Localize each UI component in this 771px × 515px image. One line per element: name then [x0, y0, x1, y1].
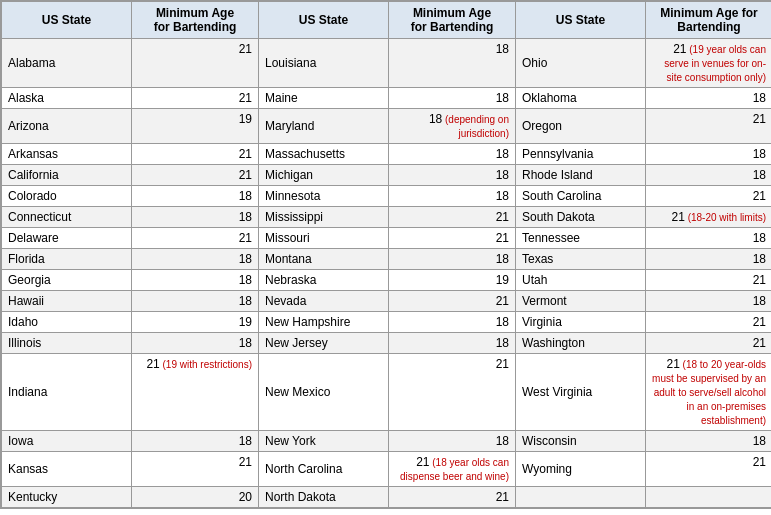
col3-state-cell: South Carolina — [516, 186, 646, 207]
table-row: Alaska21Maine18Oklahoma18 — [2, 88, 772, 109]
col1-state-cell: Florida — [2, 249, 132, 270]
col1-age-cell: 21 — [132, 39, 259, 88]
col2-state-header: US State — [259, 2, 389, 39]
col1-age-cell: 18 — [132, 291, 259, 312]
table-row: Colorado18Minnesota18South Carolina21 — [2, 186, 772, 207]
col1-age-cell: 18 — [132, 431, 259, 452]
col1-age-cell: 19 — [132, 312, 259, 333]
col1-age-cell: 18 — [132, 270, 259, 291]
col2-state-cell: Nevada — [259, 291, 389, 312]
col3-state-cell: Tennessee — [516, 228, 646, 249]
col1-state-cell: Connecticut — [2, 207, 132, 228]
col2-age-cell: 18 — [389, 249, 516, 270]
col3-state-cell: Texas — [516, 249, 646, 270]
col2-state-cell: Montana — [259, 249, 389, 270]
col3-state-cell: Wisconsin — [516, 431, 646, 452]
table-row: Illinois18New Jersey18Washington21 — [2, 333, 772, 354]
col1-state-cell: Arkansas — [2, 144, 132, 165]
col2-state-cell: Maine — [259, 88, 389, 109]
col2-state-cell: North Dakota — [259, 487, 389, 508]
table-row: Kentucky20North Dakota21 — [2, 487, 772, 508]
table-row: Arizona19Maryland18 (depending on jurisd… — [2, 109, 772, 144]
col2-age-cell: 21 (18 year olds can dispense beer and w… — [389, 452, 516, 487]
col3-state-header: US State — [516, 2, 646, 39]
col3-age-cell: 21 — [646, 186, 772, 207]
col2-state-cell: New York — [259, 431, 389, 452]
col2-state-cell: Massachusetts — [259, 144, 389, 165]
col1-state-cell: Arizona — [2, 109, 132, 144]
col1-age-cell: 18 — [132, 333, 259, 354]
col1-age-cell: 21 — [132, 88, 259, 109]
col2-state-cell: Nebraska — [259, 270, 389, 291]
col1-state-cell: Idaho — [2, 312, 132, 333]
col1-age-cell: 18 — [132, 249, 259, 270]
col2-age-cell: 19 — [389, 270, 516, 291]
col3-age-cell: 21 (19 year olds can serve in venues for… — [646, 39, 772, 88]
col3-age-cell — [646, 487, 772, 508]
table-row: Alabama21Louisiana18Ohio21 (19 year olds… — [2, 39, 772, 88]
col1-age-cell: 18 — [132, 186, 259, 207]
col3-state-cell: Ohio — [516, 39, 646, 88]
col2-age-cell: 18 — [389, 186, 516, 207]
col3-age-cell: 18 — [646, 431, 772, 452]
col3-age-cell: 18 — [646, 144, 772, 165]
col3-age-cell: 18 — [646, 165, 772, 186]
col2-age-cell: 18 (depending on jurisdiction) — [389, 109, 516, 144]
col1-state-cell: Georgia — [2, 270, 132, 291]
table-row: Indiana21 (19 with restrictions)New Mexi… — [2, 354, 772, 431]
col1-age-cell: 21 — [132, 144, 259, 165]
col3-state-cell: Virginia — [516, 312, 646, 333]
col3-state-cell: South Dakota — [516, 207, 646, 228]
col1-age-cell: 21 — [132, 228, 259, 249]
col3-state-cell — [516, 487, 646, 508]
col3-state-cell: Oklahoma — [516, 88, 646, 109]
col3-age-header: Minimum Age forBartending — [646, 2, 772, 39]
col1-state-cell: Kentucky — [2, 487, 132, 508]
col2-age-cell: 18 — [389, 333, 516, 354]
header-row: US State Minimum Agefor Bartending US St… — [2, 2, 772, 39]
col1-age-cell: 21 (19 with restrictions) — [132, 354, 259, 431]
col2-state-cell: Minnesota — [259, 186, 389, 207]
col3-state-cell: Washington — [516, 333, 646, 354]
col3-age-cell: 18 — [646, 249, 772, 270]
col1-state-cell: Colorado — [2, 186, 132, 207]
col2-age-cell: 18 — [389, 144, 516, 165]
table-row: Kansas21North Carolina21 (18 year olds c… — [2, 452, 772, 487]
col3-state-cell: Wyoming — [516, 452, 646, 487]
col2-age-cell: 21 — [389, 228, 516, 249]
col1-state-cell: Delaware — [2, 228, 132, 249]
bartending-age-table: US State Minimum Agefor Bartending US St… — [1, 1, 771, 508]
col2-state-cell: Maryland — [259, 109, 389, 144]
col1-state-cell: Illinois — [2, 333, 132, 354]
table-row: Hawaii18Nevada21Vermont18 — [2, 291, 772, 312]
col2-age-cell: 21 — [389, 354, 516, 431]
col2-age-cell: 18 — [389, 39, 516, 88]
col1-age-cell: 18 — [132, 207, 259, 228]
table-row: Georgia18Nebraska19Utah21 — [2, 270, 772, 291]
col3-state-cell: Utah — [516, 270, 646, 291]
col2-age-cell: 21 — [389, 207, 516, 228]
col1-state-cell: Iowa — [2, 431, 132, 452]
col1-state-cell: California — [2, 165, 132, 186]
col2-state-cell: New Mexico — [259, 354, 389, 431]
table-row: Florida18Montana18Texas18 — [2, 249, 772, 270]
col1-state-cell: Alaska — [2, 88, 132, 109]
col3-age-cell: 18 — [646, 88, 772, 109]
col2-state-cell: New Jersey — [259, 333, 389, 354]
col1-state-cell: Kansas — [2, 452, 132, 487]
table-row: Arkansas21Massachusetts18Pennsylvania18 — [2, 144, 772, 165]
col3-state-cell: Vermont — [516, 291, 646, 312]
col3-age-cell: 21 — [646, 333, 772, 354]
col2-age-header: Minimum Agefor Bartending — [389, 2, 516, 39]
table-row: Iowa18New York18Wisconsin18 — [2, 431, 772, 452]
col3-age-cell: 18 — [646, 228, 772, 249]
col2-state-cell: Louisiana — [259, 39, 389, 88]
col3-age-cell: 21 — [646, 452, 772, 487]
col2-age-cell: 18 — [389, 88, 516, 109]
col2-age-cell: 21 — [389, 487, 516, 508]
col2-state-cell: New Hampshire — [259, 312, 389, 333]
col2-age-cell: 18 — [389, 165, 516, 186]
col2-age-cell: 18 — [389, 312, 516, 333]
col1-age-cell: 20 — [132, 487, 259, 508]
col3-state-cell: West Virginia — [516, 354, 646, 431]
